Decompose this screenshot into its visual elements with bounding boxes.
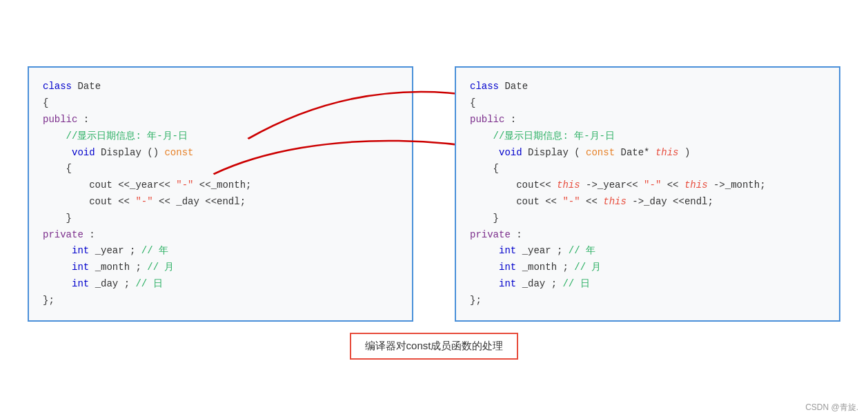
right-line-3: public : bbox=[470, 112, 825, 128]
caption-box: 编译器对const成员函数的处理 bbox=[350, 333, 519, 360]
left-code-box: class Date { public : //显示日期信息: 年-月-日 vo… bbox=[28, 66, 413, 321]
right-line-10: private : bbox=[470, 227, 825, 244]
right-code-box: class Date { public : //显示日期信息: 年-月-日 vo… bbox=[455, 66, 840, 321]
right-line-12: int _month ; // 月 bbox=[470, 260, 825, 276]
right-line-6: { bbox=[470, 161, 825, 177]
left-line-14: }; bbox=[43, 293, 398, 309]
left-line-3: public : bbox=[43, 112, 398, 128]
right-line-13: int _day ; // 日 bbox=[470, 276, 825, 293]
right-line-11: int _year ; // 年 bbox=[470, 243, 825, 260]
left-line-7: cout <<_year<< "-" <<_month; bbox=[43, 177, 398, 194]
left-line-6: { bbox=[43, 161, 398, 177]
right-line-9: } bbox=[470, 211, 825, 227]
right-line-2: { bbox=[470, 95, 825, 112]
panels-wrapper: class Date { public : //显示日期信息: 年-月-日 vo… bbox=[28, 66, 840, 321]
keyword-class-left: class bbox=[43, 81, 72, 92]
left-line-13: int _day ; // 日 bbox=[43, 276, 398, 293]
left-line-12: int _month ; // 月 bbox=[43, 260, 398, 276]
left-line-9: } bbox=[43, 211, 398, 227]
left-line-2: { bbox=[43, 95, 398, 112]
main-container: class Date { public : //显示日期信息: 年-月-日 vo… bbox=[0, 52, 868, 366]
left-line-1: class Date bbox=[43, 79, 398, 95]
right-line-7: cout<< this ->_year<< "-" << this ->_mon… bbox=[470, 177, 825, 194]
right-line-8: cout << "-" << this ->_day <<endl; bbox=[470, 194, 825, 211]
caption-text: 编译器对const成员函数的处理 bbox=[365, 340, 504, 351]
left-line-10: private : bbox=[43, 227, 398, 244]
left-line-5: void Display () const bbox=[43, 145, 398, 162]
right-line-4: //显示日期信息: 年-月-日 bbox=[470, 128, 825, 145]
left-line-4: //显示日期信息: 年-月-日 bbox=[43, 128, 398, 145]
watermark: CSDN @青旋. bbox=[805, 402, 858, 413]
right-line-14: }; bbox=[470, 293, 825, 309]
right-line-5: void Display ( const Date* this ) bbox=[470, 145, 825, 162]
left-line-8: cout << "-" << _day <<endl; bbox=[43, 194, 398, 211]
left-line-11: int _year ; // 年 bbox=[43, 243, 398, 260]
right-line-1: class Date bbox=[470, 79, 825, 95]
